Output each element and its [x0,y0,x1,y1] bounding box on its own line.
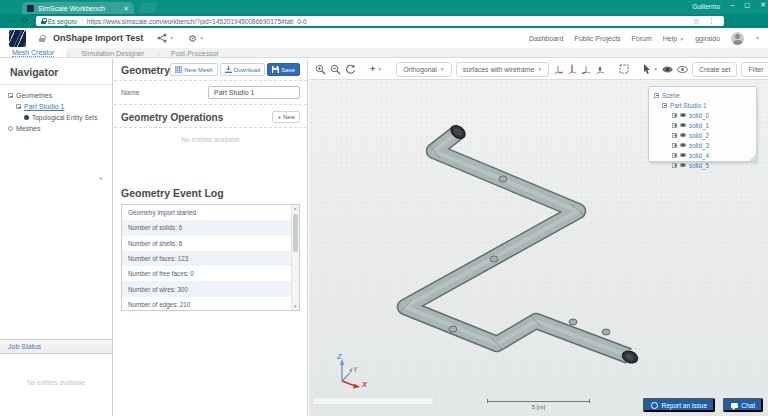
collapse-icon[interactable] [654,93,659,98]
tree-item-topological-entity-sets[interactable]: Topological Entity Sets [24,112,112,123]
new-tab-button[interactable] [138,3,157,13]
expand-icon[interactable] [672,153,677,158]
axis-z-label: Z [337,352,342,361]
nav-public-projects[interactable]: Public Projects [574,35,620,42]
visibility-icon[interactable] [680,143,686,147]
expand-icon[interactable] [672,113,677,118]
save-button[interactable]: Save [267,63,300,76]
report-issue-button[interactable]: Report an issue [643,398,715,412]
hide-icon[interactable] [677,66,688,73]
new-operation-button[interactable]: + New [272,111,300,123]
scene-solid[interactable]: solid_1 [672,120,756,130]
tab-post-processor[interactable]: Post-Processor [159,48,231,57]
navigator-tree: Geometries Part Studio 1 Topological Ent… [0,85,112,134]
view-y-axis-icon[interactable] [567,64,577,74]
chevron-down-icon[interactable]: ▼ [755,35,760,41]
job-status-header[interactable]: Job Status [0,339,112,354]
collapse-left-icon[interactable]: ◂ [99,174,102,181]
axis-x-label: X [362,380,367,389]
expand-icon[interactable] [672,123,677,128]
security-badge[interactable]: Es seguro [41,18,77,25]
select-cursor-icon[interactable]: ▼ [643,64,658,74]
tree-item-meshes[interactable]: Meshes [8,123,112,134]
settings-button[interactable]: ⚙ ▼ [188,33,204,44]
view-z-axis-icon[interactable] [581,64,591,74]
window-minimize-button[interactable]: – [730,1,734,9]
viewport-canvas[interactable]: Scene Part Studio 1 solid_0 solid_1 soli… [309,80,768,416]
username-label[interactable]: ggiraldo [695,35,720,42]
name-input[interactable] [208,86,300,99]
simscale-logo[interactable] [9,30,26,47]
scale-bar [487,401,590,402]
url-separator: | [81,18,83,25]
expand-icon[interactable] [672,143,677,148]
browser-profile-name[interactable]: Guillermo [692,3,720,10]
collapse-icon[interactable] [8,93,13,98]
url-text[interactable]: https://www.simscale.com/workbench/?pid=… [87,18,307,25]
bookmark-star-icon[interactable]: ☆ [693,17,700,26]
show-icon[interactable] [662,66,673,73]
zoom-in-icon[interactable] [315,64,326,75]
tab-simulation-designer[interactable]: Simulation Designer [69,48,156,57]
tree-item-geometries[interactable]: Geometries [8,90,112,101]
scene-group[interactable]: Part Studio 1 [662,100,756,110]
event-log-title: Geometry Event Log [114,179,307,204]
filter-dropdown[interactable]: Filter▼ [741,62,768,77]
operations-empty: No entities available [114,128,307,151]
render-mode-dropdown[interactable]: surfaces with wireframe▼ [456,62,549,77]
tab-mesh-creator[interactable]: Mesh Creator [0,48,66,57]
axis-triad [323,348,373,398]
event-log-box: Geometry import started. Number of solid… [121,204,300,311]
name-label: Name [121,89,140,96]
nav-help[interactable]: Help ▼ [663,35,684,42]
scrollbar-thumb[interactable] [293,214,298,252]
nav-dashboard[interactable]: Dashboard [529,35,563,42]
share-button[interactable]: ▼ [157,33,174,43]
visibility-icon[interactable] [680,163,686,167]
reload-icon[interactable]: ⟳ [22,16,29,26]
chat-button[interactable]: Chat [723,398,763,412]
box-select-icon[interactable] [619,64,629,74]
scene-solid[interactable]: solid_0 [672,110,756,120]
collapse-icon[interactable] [662,103,667,108]
chevron-down-icon: ▼ [440,66,445,72]
horizontal-scrollbar[interactable] [312,397,434,405]
tab-close-icon[interactable]: ✕ [123,5,129,12]
scroll-down-icon[interactable]: ▼ [293,304,297,309]
nav-forum[interactable]: Forum [632,35,652,42]
window-close-button[interactable]: ✕ [760,1,766,9]
avatar[interactable] [731,32,744,45]
scene-solid[interactable]: solid_4 [672,150,756,160]
browser-tab[interactable]: SimScale Workbench ✕ [22,2,134,14]
zoom-out-icon[interactable] [330,64,341,75]
window-maximize-button[interactable]: ◻ [744,1,750,9]
projection-dropdown[interactable]: Orthogonal▼ [396,62,452,77]
tree-item-part-studio[interactable]: Part Studio 1 [16,101,112,112]
add-view-button[interactable]: + ▼ [370,64,382,74]
url-field[interactable]: Es seguro | https://www.simscale.com/wor… [36,16,724,27]
scroll-up-icon[interactable]: ▲ [293,206,297,211]
expand-icon[interactable] [672,163,677,168]
view-iso-icon[interactable] [595,64,605,74]
visibility-icon[interactable] [680,113,686,117]
resize-corner[interactable] [749,154,756,161]
back-icon[interactable]: ← [7,16,15,26]
visibility-icon[interactable] [680,153,686,157]
scene-solid[interactable]: solid_2 [672,130,756,140]
scene-tree-panel[interactable]: Scene Part Studio 1 solid_0 solid_1 soli… [648,86,757,162]
scene-solid[interactable]: solid_3 [672,140,756,150]
geometry-title: Geometry [121,64,170,76]
expand-icon[interactable] [672,133,677,138]
fit-view-icon[interactable] [345,64,356,75]
visibility-icon[interactable] [680,123,686,127]
create-set-button[interactable]: Create set [692,62,737,77]
scene-root[interactable]: Scene [654,90,756,100]
view-x-axis-icon[interactable] [553,64,563,74]
scene-solid[interactable]: solid_5 [672,160,756,170]
download-button[interactable]: Download [220,63,266,76]
event-log-scrollbar[interactable]: ▲ ▼ [291,205,299,310]
browser-menu-icon[interactable]: ⋮ [708,17,715,25]
new-mesh-button[interactable]: New Mesh [170,63,217,76]
visibility-icon[interactable] [680,133,686,137]
collapse-icon[interactable] [16,104,21,109]
